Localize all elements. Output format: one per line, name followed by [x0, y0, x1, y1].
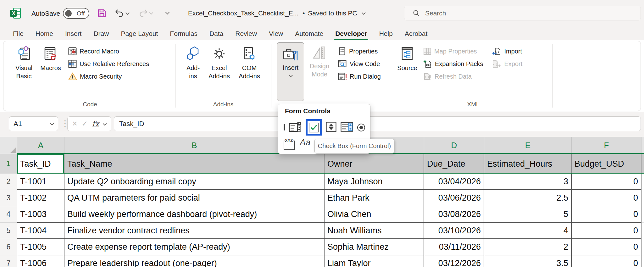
- row-header-4[interactable]: 4: [0, 206, 17, 223]
- row-header-3[interactable]: 3: [0, 190, 17, 206]
- undo-button[interactable]: [115, 9, 129, 18]
- column-header-F[interactable]: F: [572, 137, 641, 154]
- row-header-7[interactable]: 7: [0, 255, 17, 267]
- cell-F2[interactable]: 0: [572, 174, 641, 190]
- cell-C4[interactable]: Olivia Chen: [325, 206, 424, 223]
- tab-view[interactable]: View: [263, 27, 289, 40]
- cell-E5[interactable]: 4: [484, 223, 572, 239]
- search-input[interactable]: Search: [404, 6, 641, 20]
- record-macro-button[interactable]: Record Macro: [66, 45, 151, 58]
- cell-B5[interactable]: Finalize vendor contract redlines: [64, 223, 325, 239]
- tab-acrobat[interactable]: Acrobat: [399, 27, 433, 40]
- visual-basic-button[interactable]: Visual Basic: [10, 42, 38, 81]
- run-dialog-button[interactable]: Run Dialog: [336, 70, 383, 83]
- customize-toolbar-button[interactable]: [166, 9, 172, 15]
- insert-function-button[interactable]: fx: [92, 120, 99, 128]
- column-header-A[interactable]: A: [17, 137, 64, 154]
- row-header-1[interactable]: 1: [0, 154, 17, 174]
- cell-C3[interactable]: Ethan Park: [325, 190, 424, 206]
- cell-F7[interactable]: 0: [572, 255, 641, 267]
- com-add-ins-button[interactable]: COM Add-ins: [235, 42, 264, 81]
- cell-F3[interactable]: 0: [572, 190, 641, 206]
- cell-A3[interactable]: T-1002: [17, 190, 64, 206]
- cell-B3[interactable]: QA UTM parameters for paid social: [64, 190, 325, 206]
- tab-automate[interactable]: Automate: [289, 27, 329, 40]
- cell-F6[interactable]: 0: [572, 239, 641, 255]
- save-button[interactable]: [97, 8, 107, 19]
- cell-A5[interactable]: T-1004: [17, 223, 64, 239]
- tab-insert[interactable]: Insert: [59, 27, 88, 40]
- cell-A6[interactable]: T-1005: [17, 239, 64, 255]
- fx-dropdown-icon[interactable]: [103, 122, 107, 126]
- column-header-E[interactable]: E: [484, 137, 572, 154]
- cell-E7[interactable]: 3.5: [484, 255, 572, 267]
- tab-developer[interactable]: Developer: [329, 27, 373, 40]
- cell-B6[interactable]: Create expense report template (AP-ready…: [64, 239, 325, 255]
- macro-security-button[interactable]: Macro Security: [66, 70, 151, 83]
- cell-E1[interactable]: Estimated_Hours: [484, 154, 572, 174]
- import-button[interactable]: Import: [490, 45, 524, 58]
- cell-C6[interactable]: Sophia Martinez: [325, 239, 424, 255]
- name-box[interactable]: A1: [9, 116, 58, 131]
- cell-D4[interactable]: 03/08/2026: [424, 206, 484, 223]
- button-control-icon[interactable]: [284, 125, 285, 130]
- cell-A2[interactable]: T-1001: [17, 174, 64, 190]
- checkbox-control-icon[interactable]: [306, 119, 322, 136]
- macros-button[interactable]: Macros: [38, 42, 63, 72]
- document-title[interactable]: Excel_Checkbox_Task_Checklist_E...: [188, 9, 298, 17]
- save-status[interactable]: • Saved to this PC: [303, 9, 365, 17]
- cell-B1[interactable]: Task_Name: [64, 154, 325, 174]
- tab-formulas[interactable]: Formulas: [164, 27, 203, 40]
- cell-D7[interactable]: 03/12/2026: [424, 255, 484, 267]
- row-header-6[interactable]: 6: [0, 239, 17, 255]
- add-ins-button[interactable]: Add-ins: [183, 42, 203, 81]
- tab-help[interactable]: Help: [373, 27, 399, 40]
- excel-add-ins-button[interactable]: Excel Add-ins: [205, 42, 233, 81]
- cell-A1[interactable]: Task_ID: [17, 154, 64, 174]
- tab-home[interactable]: Home: [30, 27, 59, 40]
- cell-E2[interactable]: 3: [484, 174, 572, 190]
- group-box-control-icon[interactable]: XYZ: [284, 141, 295, 150]
- cell-F1[interactable]: Budget_USD: [572, 154, 641, 174]
- cell-C5[interactable]: Noah Williams: [325, 223, 424, 239]
- cell-F4[interactable]: 0: [572, 206, 641, 223]
- cell-A7[interactable]: T-1006: [17, 255, 64, 267]
- tab-draw[interactable]: Draw: [87, 27, 115, 40]
- insert-controls-button[interactable]: Insert: [277, 42, 304, 101]
- view-code-button[interactable]: View Code: [336, 58, 383, 70]
- tab-data[interactable]: Data: [203, 27, 229, 40]
- cell-B7[interactable]: Prepare leadership readout (one-pager): [64, 255, 325, 267]
- tab-file[interactable]: File: [7, 27, 30, 40]
- formula-input[interactable]: Task_ID: [114, 116, 641, 131]
- cell-B2[interactable]: Update Q2 onboarding email copy: [64, 174, 325, 190]
- row-header-2[interactable]: 2: [0, 174, 17, 190]
- cell-C2[interactable]: Maya Johnson: [325, 174, 424, 190]
- column-header-D[interactable]: D: [424, 137, 484, 154]
- list-box-control-icon[interactable]: [341, 122, 353, 133]
- source-button[interactable]: Source: [395, 42, 419, 72]
- properties-button[interactable]: Properties: [336, 45, 383, 58]
- label-control-icon[interactable]: Aa: [300, 138, 310, 147]
- cell-C7[interactable]: Liam Taylor: [325, 255, 424, 267]
- option-button-control-icon[interactable]: [357, 124, 365, 131]
- name-box-dropdown-icon[interactable]: [50, 121, 54, 125]
- cell-E3[interactable]: 2.5: [484, 190, 572, 206]
- cell-B4[interactable]: Build weekly performance dashboard (pivo…: [64, 206, 325, 223]
- tab-review[interactable]: Review: [229, 27, 263, 40]
- cell-A4[interactable]: T-1003: [17, 206, 64, 223]
- cell-D2[interactable]: 03/04/2026: [424, 174, 484, 190]
- use-relative-references-button[interactable]: Use Relative References: [66, 58, 151, 70]
- cell-D6[interactable]: 03/11/2026: [424, 239, 484, 255]
- cell-D5[interactable]: 03/10/2026: [424, 223, 484, 239]
- cell-E6[interactable]: 2: [484, 239, 572, 255]
- cell-D1[interactable]: Due_Date: [424, 154, 484, 174]
- cell-F5[interactable]: 0: [572, 223, 641, 239]
- expansion-packs-button[interactable]: Expansion Packs: [421, 58, 485, 70]
- select-all-button[interactable]: [0, 137, 17, 154]
- spin-button-control-icon[interactable]: [326, 122, 336, 133]
- cell-D3[interactable]: 03/06/2026: [424, 190, 484, 206]
- combo-box-control-icon[interactable]: [289, 121, 302, 133]
- cell-C1[interactable]: Owner: [325, 154, 424, 174]
- autosave-toggle[interactable]: Off: [63, 8, 89, 19]
- cell-E4[interactable]: 5: [484, 206, 572, 223]
